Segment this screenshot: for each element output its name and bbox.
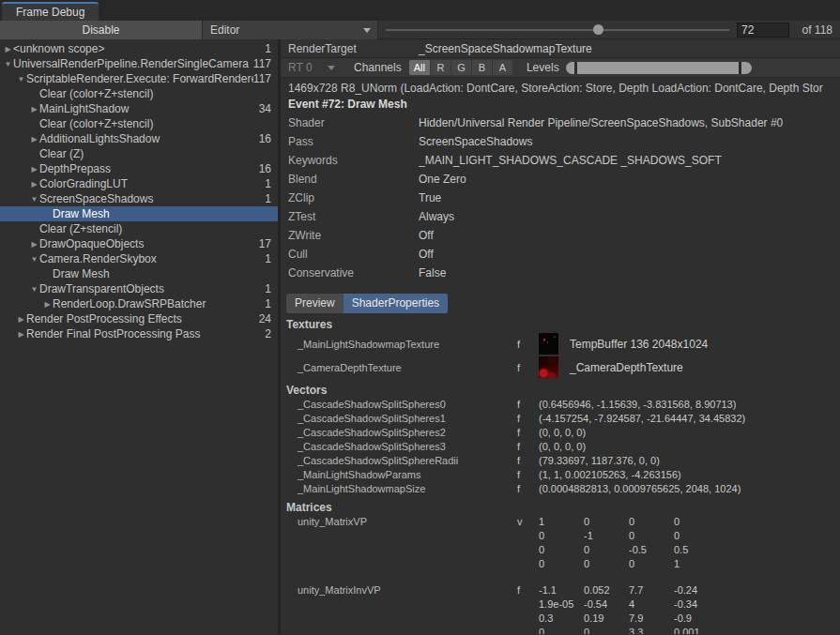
rt-index-dropdown-value: RT 0 — [288, 61, 313, 74]
property-value: One Zero — [419, 170, 840, 189]
frame-debug-tab-label: Frame Debug — [16, 6, 84, 19]
tree-row[interactable]: ▶RenderLoop.DrawSRPBatcher1 — [0, 296, 278, 311]
tab-preview[interactable]: Preview — [286, 294, 344, 313]
tree-row[interactable]: ▶<unknown scope>1 — [0, 41, 278, 56]
tree-row-count: 17 — [259, 237, 278, 250]
tree-row[interactable]: ▶Render PostProcessing Effects24 — [0, 311, 278, 326]
target-dropdown-value: Editor — [210, 23, 239, 37]
matrix-cell: 0.19 — [584, 612, 629, 626]
channel-button-r[interactable]: R — [431, 60, 451, 75]
foldout-expanded-icon[interactable]: ▼ — [29, 285, 39, 294]
matrix-cell: 0.5 — [674, 543, 719, 557]
texture-value: _CameraDepthTexture — [570, 361, 683, 374]
matrix-cell: 1 — [539, 515, 584, 529]
foldout-collapsed-icon[interactable]: ▶ — [16, 315, 26, 324]
matrix-cell: -1.1 — [539, 583, 584, 597]
matrix-row: unity_MatrixInvVPf-1.10.0527.7-0.241.9e-… — [281, 583, 840, 634]
tree-row-label: Draw Mesh — [53, 207, 271, 220]
matrix-cell: 0.052 — [584, 583, 629, 597]
matrix-cell: 0 — [674, 515, 719, 529]
foldout-collapsed-icon[interactable]: ▶ — [29, 135, 39, 144]
texture-row: _CameraDepthTexturef_CameraDepthTexture — [281, 355, 840, 379]
matrix-cell: 0 — [674, 529, 719, 543]
channel-button-a[interactable]: A — [493, 60, 512, 75]
tree-row[interactable]: Clear (color+Z+stencil) — [0, 116, 278, 131]
foldout-collapsed-icon[interactable]: ▶ — [29, 180, 39, 189]
matrix-cell: -0.9 — [674, 612, 719, 626]
matrix-values: 10000-10000-0.50.50001 — [539, 515, 719, 571]
frame-slider-thumb[interactable] — [593, 24, 603, 35]
frame-number-input[interactable] — [737, 23, 789, 38]
levels-slider[interactable] — [566, 62, 752, 74]
property-row: ShaderHidden/Universal Render Pipeline/S… — [281, 113, 840, 132]
foldout-expanded-icon[interactable]: ▼ — [29, 255, 39, 264]
matrix-cell: 0 — [584, 515, 629, 529]
tab-shaderproperties[interactable]: ShaderProperties — [344, 294, 448, 313]
disable-button[interactable]: Disable — [0, 21, 203, 39]
tree-row[interactable]: Draw Mesh — [0, 206, 278, 221]
matrix-cell: 0 — [629, 515, 674, 529]
vector-type: f — [517, 440, 539, 454]
property-row: ZWriteOff — [281, 226, 840, 245]
channel-button-all[interactable]: All — [409, 60, 430, 75]
foldout-collapsed-icon[interactable]: ▶ — [3, 45, 13, 53]
tree-row[interactable]: Clear (color+Z+stencil) — [0, 86, 278, 101]
channel-button-g[interactable]: G — [451, 60, 471, 75]
tree-row[interactable]: Clear (Z) — [0, 146, 278, 161]
tree-row[interactable]: ▶ColorGradingLUT1 — [0, 176, 278, 191]
tree-row[interactable]: ▶DrawOpaqueObjects17 — [0, 236, 278, 251]
foldout-collapsed-icon[interactable]: ▶ — [29, 105, 39, 113]
tree-row-count: 1 — [265, 177, 278, 190]
texture-thumbnail[interactable] — [539, 356, 558, 378]
tree-row-label: DrawOpaqueObjects — [39, 237, 259, 250]
tree-row[interactable]: ▶AdditionalLightsShadow16 — [0, 131, 278, 146]
vector-type: f — [517, 468, 539, 482]
tree-row-count: 1 — [265, 282, 278, 295]
property-row: CullOff — [281, 245, 840, 264]
tree-row-label: Clear (color+Z+stencil) — [39, 87, 271, 100]
event-detail-pane: RenderTarget _ScreenSpaceShadowmapTextur… — [281, 39, 840, 634]
texture-type: f — [517, 362, 539, 373]
property-label: Conservative — [281, 264, 419, 282]
property-row: Keywords_MAIN_LIGHT_SHADOWS_CASCADE _SHA… — [281, 151, 840, 170]
tree-row[interactable]: ▼ScreenSpaceShadows1 — [0, 191, 278, 206]
foldout-collapsed-icon[interactable]: ▶ — [29, 165, 39, 174]
texture-thumbnail[interactable] — [539, 333, 558, 355]
preview-tab-group: PreviewShaderProperties — [286, 294, 840, 313]
foldout-expanded-icon[interactable]: ▼ — [29, 195, 39, 204]
tree-row[interactable]: ▶Render Final PostProcessing Pass2 — [0, 326, 278, 341]
tree-row[interactable]: ▼DrawTransparentObjects1 — [0, 281, 278, 296]
vector-row: _MainLightShadowParamsf(1, 1, 0.00210526… — [281, 468, 840, 482]
tree-row[interactable]: ▼UniversalRenderPipeline.RenderSingleCam… — [0, 56, 278, 71]
vector-name: _MainLightShadowParams — [281, 468, 517, 482]
rt-index-dropdown[interactable]: RT 0 — [283, 60, 342, 75]
frame-slider[interactable] — [384, 21, 731, 39]
property-value: ScreenSpaceShadows — [419, 132, 840, 151]
frame-debug-tab[interactable]: Frame Debug — [2, 2, 99, 21]
matrix-cell: 0 — [539, 543, 584, 557]
vector-value: (0, 0, 0, 0) — [539, 426, 586, 440]
tree-row[interactable]: Draw Mesh — [0, 266, 278, 281]
foldout-collapsed-icon[interactable]: ▶ — [42, 300, 53, 309]
channel-button-b[interactable]: B — [472, 60, 492, 75]
foldout-collapsed-icon[interactable]: ▶ — [29, 240, 39, 249]
tree-row[interactable]: Clear (Z+stencil) — [0, 221, 278, 236]
tree-row[interactable]: ▼Camera.RenderSkybox1 — [0, 251, 278, 266]
vector-value: (79.33697, 1187.376, 0, 0) — [539, 454, 660, 468]
property-row: ZTestAlways — [281, 207, 840, 226]
property-row: ZClipTrue — [281, 189, 840, 207]
vector-row: _CascadeShadowSplitSpheres0f(0.6456946, … — [281, 398, 840, 412]
property-label: ZWrite — [281, 226, 419, 245]
target-dropdown[interactable]: Editor — [203, 21, 378, 39]
foldout-collapsed-icon[interactable]: ▶ — [16, 330, 26, 339]
foldout-expanded-icon[interactable]: ▼ — [16, 75, 26, 83]
tree-row[interactable]: ▼ScriptableRenderer.Execute: ForwardRend… — [0, 71, 278, 86]
texture-name: _MainLightShadowmapTexture — [281, 339, 517, 350]
tree-row-label: Clear (color+Z+stencil) — [39, 117, 271, 130]
foldout-expanded-icon[interactable]: ▼ — [3, 60, 13, 68]
chevron-down-icon — [363, 28, 371, 33]
vectors-list: _CascadeShadowSplitSpheres0f(0.6456946, … — [281, 398, 840, 496]
tree-row[interactable]: ▶DepthPrepass16 — [0, 161, 278, 176]
tree-row[interactable]: ▶MainLightShadow34 — [0, 101, 278, 116]
tree-row-label: Camera.RenderSkybox — [39, 252, 265, 265]
